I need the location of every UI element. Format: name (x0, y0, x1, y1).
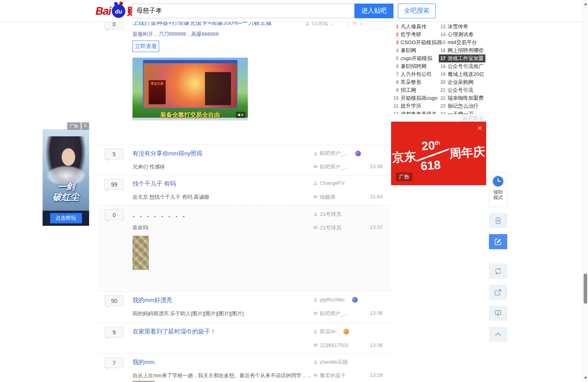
hot-item[interactable]: 3CSGO开箱模拟器 (392, 39, 439, 47)
hot-item[interactable]: 5csgo开箱模拟 (392, 54, 439, 62)
thread-meta: 贴吧用户_... 贴吧用户_... 13:38 (313, 145, 383, 175)
header-bar: Bai du 贴吧 进入贴吧 全吧搜索 (0, 0, 588, 22)
thread-abstract: 在北京 想找个干儿子 有吗 真诚聊 (132, 194, 209, 201)
reply-icon (313, 311, 318, 316)
ad-label: 广告 (396, 173, 413, 181)
hot-item[interactable]: 23胎记怎么治疗 (439, 102, 486, 110)
ad-eye-icon[interactable]: ◎ (463, 116, 467, 121)
edit-pencil-icon (494, 238, 502, 246)
member-badge-icon[interactable] (352, 297, 358, 302)
thread-author[interactable]: ChangeFV (320, 180, 345, 186)
hot-item[interactable]: 16网上招聘有哪些 (439, 47, 486, 54)
scrollbar[interactable] (582, 0, 588, 382)
left-game-ad[interactable]: 广告 X 一剑 破红尘 点击即玩 (43, 129, 89, 226)
hot-item[interactable]: 24一天赚一万 (439, 110, 486, 114)
view-now-button[interactable]: 立即查看 (132, 41, 159, 52)
hot-item[interactable]: 19魔域上线送20亿 (439, 70, 486, 78)
chevron-up-icon (494, 330, 502, 338)
ad-bottom-strip: 点击即玩 (43, 211, 89, 226)
hot-item-highlighted[interactable]: 17游戏工作室加盟 (439, 54, 485, 62)
last-replier[interactable]: 贴吧用户_... (320, 163, 348, 171)
hot-item[interactable]: 15mt4交易平台 (439, 39, 486, 47)
assist-mode-icon (492, 175, 504, 188)
member-badge-icon[interactable] (343, 329, 349, 334)
hot-item[interactable]: 18公众号引流推广 (439, 62, 486, 70)
mute-icon[interactable] (236, 112, 245, 118)
last-replier[interactable]: 21号球员 (320, 224, 341, 231)
hot-item[interactable]: 21公众号引流 (439, 86, 486, 94)
back-to-top-button[interactable] (489, 327, 507, 342)
thread-title-link[interactable]: 在家里看到了延时湿巾的袋子！ (132, 328, 216, 335)
feedback-button[interactable] (489, 306, 507, 321)
thread-title-link[interactable]: 。。。。。。。。 (132, 211, 190, 219)
reply-icon (313, 373, 318, 378)
floating-toolbar: 辅助 模式 (489, 172, 507, 342)
share-button[interactable] (489, 285, 507, 300)
hot-item[interactable]: 22瑞幸咖啡加盟费 (439, 94, 486, 102)
thread-row: 50 我的mm好漂亮 我的妈妈很漂亮 乐于助人[图片][图片][图片][图片] … (97, 291, 391, 323)
last-reply-time: 13:37 (370, 224, 383, 230)
hot-item[interactable]: 14心理测试卷 (439, 31, 486, 39)
enter-tieba-button[interactable]: 进入贴吧 (354, 4, 393, 18)
mobile-download-button[interactable] (489, 213, 507, 228)
last-replier[interactable]: 贴吧用户_... (320, 310, 348, 317)
hot-item[interactable]: 20企业采购网 (439, 78, 486, 86)
hot-search-list: 1凡人修真传 2哲学考研 3CSGO开箱模拟器 4兼职网 5csgo开箱模拟 6… (392, 22, 486, 114)
close-icon[interactable]: × (477, 124, 482, 132)
hot-item[interactable]: 1凡人修真传 (392, 23, 439, 31)
last-replier[interactable]: 飘零的葉子 (320, 372, 346, 379)
search-input[interactable] (132, 4, 354, 18)
thread-author[interactable]: 21号球员 (320, 211, 341, 218)
hot-item[interactable]: 7人力外包公司 (392, 70, 439, 78)
thread-title-link[interactable]: 我的mm好漂亮 (132, 297, 172, 304)
hot-item[interactable]: 13冰雪传奇 (439, 23, 486, 31)
thread-title-link[interactable]: 我的mm. (132, 359, 156, 366)
hot-item[interactable]: 2哲学考研 (392, 31, 439, 39)
thread-title-link[interactable]: 有没有分享你mm得ny照得 (132, 150, 202, 157)
ad-close-icon[interactable]: X (82, 122, 89, 130)
scrollbar-down-arrow[interactable] (584, 377, 587, 381)
reply-icon (313, 165, 318, 169)
ad-video-thumbnail[interactable]: 幸运大奖 装备全靠打交易全自由 (132, 58, 248, 120)
ad-corner-bar: ◎ 广告 × (461, 115, 484, 122)
last-replier[interactable]: 2236517501 (320, 342, 349, 348)
thread-author[interactable]: 贴吧用户_... (320, 150, 348, 157)
hot-item[interactable]: 11提升学历 (392, 102, 439, 110)
baidu-paw-icon: du (112, 4, 125, 18)
last-replier[interactable]: 殖醯膡 (320, 194, 335, 201)
hot-item[interactable]: 12成都串串香排名 (392, 110, 439, 114)
jd-618-lockup: 京东 20th 618 周年庆 (391, 136, 486, 173)
author-icon (313, 297, 318, 302)
thread-list: 0 上线打金神器+打怪爆充值卡+高爆200%=一刀霸主服 51游戏·... 广告… (97, 18, 391, 382)
reply-count-badge: 0 (105, 209, 124, 220)
jd-fraction-art: 20th 618 (417, 139, 448, 172)
thread-meta: ygdhczbbc 贴吧用户_... 13:36 (313, 292, 383, 323)
assist-mode-button[interactable]: 辅助 模式 (489, 172, 507, 207)
refresh-button[interactable] (489, 264, 507, 279)
thread-image-thumbnail[interactable] (132, 236, 149, 270)
thread-row: 9 在家里看到了延时湿巾的袋子！ 双温dx 2236517501 13:36 (97, 323, 391, 353)
hot-item[interactable]: 8耳朵整形 (392, 78, 439, 86)
thread-meta: 双温dx 2236517501 13:36 (313, 323, 383, 353)
thread-author[interactable]: chenille乐园 (320, 359, 348, 366)
ad-close-icon[interactable]: × (479, 116, 482, 121)
hot-item[interactable]: 10开箱模拟器csgo (392, 94, 439, 102)
reply-count-badge: 9 (105, 327, 124, 337)
play-now-button[interactable]: 点击即玩 (50, 213, 82, 223)
thread-row: 99 找个干儿子 有吗 在北京 想找个干儿子 有吗 真诚聊 ChangeFV 殖… (97, 175, 391, 206)
author-icon (313, 329, 318, 334)
hot-item[interactable]: 6兼职招聘网 (392, 62, 439, 70)
reply-count-badge: 5 (105, 149, 124, 159)
compose-post-button[interactable] (489, 234, 507, 249)
member-badge-icon[interactable] (355, 151, 361, 156)
search-all-button[interactable]: 全吧搜索 (398, 4, 436, 18)
scrollbar-up-arrow[interactable] (584, 1, 587, 5)
hot-item[interactable]: 4兼职网 (392, 47, 439, 54)
jd-618-ad-banner[interactable]: × 京东 20th 618 周年庆 广告 (391, 122, 486, 185)
scrollbar-thumb[interactable] (584, 273, 587, 304)
thread-title-link[interactable]: 找个干儿子 有吗 (132, 180, 176, 188)
ad-corner-tags: 广告 X (67, 122, 89, 130)
hot-item[interactable]: 9招工网 (392, 86, 439, 94)
thread-author[interactable]: 双温dx (320, 328, 336, 335)
thread-author[interactable]: ygdhczbbc (320, 297, 345, 302)
